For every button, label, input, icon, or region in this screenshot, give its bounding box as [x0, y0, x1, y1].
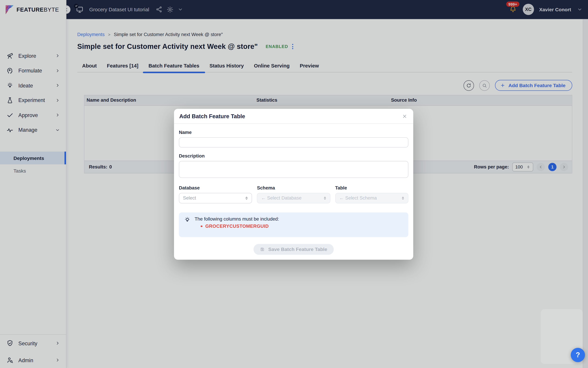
schema-select[interactable]: ← Select Database: [257, 193, 330, 203]
required-column-item: GROCERYCUSTOMERGUID: [195, 224, 405, 229]
info-title: The following columns must be included:: [195, 216, 405, 222]
lightbulb-icon: [184, 216, 190, 223]
save-icon: [260, 247, 265, 252]
modal-header: Add Batch Feature Table: [174, 109, 413, 124]
table-placeholder: ← Select Schema: [339, 195, 377, 201]
database-label: Database: [179, 185, 252, 191]
schema-label: Schema: [257, 185, 330, 191]
chevrons-updown-icon: [323, 196, 327, 201]
chevrons-updown-icon: [401, 196, 405, 201]
modal-title: Add Batch Feature Table: [179, 113, 245, 119]
database-select[interactable]: Select: [179, 193, 252, 203]
table-select[interactable]: ← Select Schema: [335, 193, 408, 203]
database-placeholder: Select: [183, 195, 196, 201]
name-label: Name: [179, 130, 408, 136]
schema-placeholder: ← Select Database: [261, 195, 302, 201]
bullet-dot: [201, 226, 202, 227]
required-column-name: GROCERYCUSTOMERGUID: [205, 224, 269, 229]
app-root: FEATUREBYTE Explore Formulate: [0, 0, 588, 368]
help-button[interactable]: ?: [571, 348, 585, 362]
table-label: Table: [335, 185, 408, 191]
add-batch-feature-table-modal: Add Batch Feature Table Name Description…: [174, 109, 413, 260]
save-batch-feature-table-button[interactable]: Save Batch Feature Table: [254, 244, 334, 255]
description-textarea[interactable]: [179, 161, 408, 178]
modal-body: Name Description Database Select: [174, 124, 413, 255]
chevrons-updown-icon: [245, 196, 249, 201]
save-button-label: Save Batch Feature Table: [268, 247, 327, 252]
description-label: Description: [179, 153, 408, 159]
name-input[interactable]: [179, 137, 408, 147]
close-icon[interactable]: [401, 113, 408, 120]
required-columns-info-box: The following columns must be included: …: [179, 212, 408, 237]
